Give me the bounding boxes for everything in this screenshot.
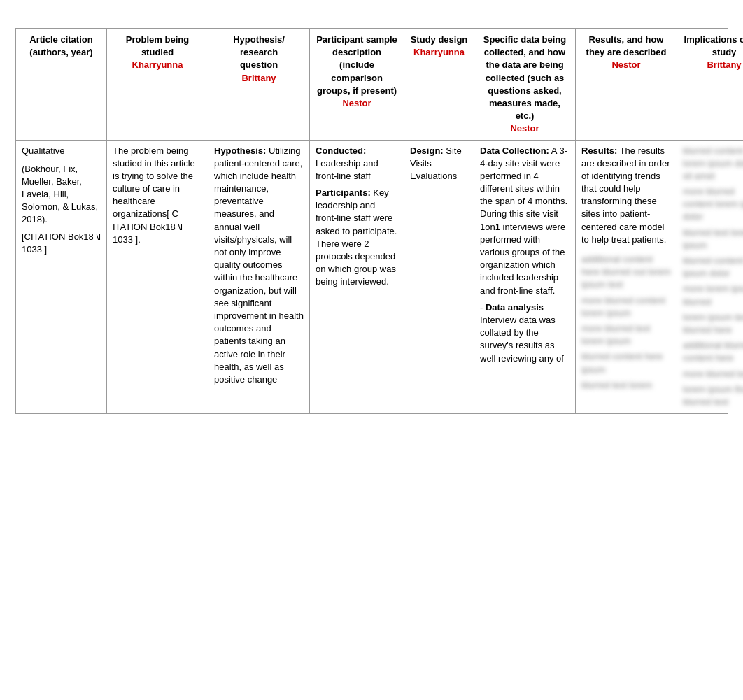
header-implications-text: Implications of the study xyxy=(684,34,743,57)
header-hypothesis: Hypothesis/researchquestion Brittany xyxy=(208,29,310,141)
hypothesis-text: Hypothesis: Utilizing patient-centered c… xyxy=(214,145,304,385)
header-citation: Article citation(authors, year) xyxy=(16,29,107,141)
cell-problem: The problem being studied in this articl… xyxy=(107,140,208,413)
implications-blurred-5: more lorem ipsum blurred xyxy=(683,283,743,308)
specific-data-analysis: - Data analysis Interview data was colla… xyxy=(480,301,569,365)
header-problem-assignee: Kharryunna xyxy=(132,59,183,70)
implications-blurred-9: lorem ipsum final blurred text xyxy=(683,383,743,408)
header-citation-text: Article citation(authors, year) xyxy=(29,34,92,57)
header-hypothesis-text: Hypothesis/researchquestion xyxy=(233,34,285,70)
cell-hypothesis: Hypothesis: Utilizing patient-centered c… xyxy=(208,140,310,413)
results-blurred-1: additional content here blurred out lore… xyxy=(581,253,671,292)
results-blurred-5: blurred text lorem xyxy=(581,379,671,392)
header-participant-text: Participant sample description (include … xyxy=(316,34,397,96)
implications-blurred-4: blurred content here ipsum dolor xyxy=(683,255,743,280)
specific-data-collection: Data Collection: A 3-4-day site visit we… xyxy=(480,145,569,297)
header-study-design-assignee: Kharryunna xyxy=(413,47,465,57)
results-blurred-2: more blurred content lorem ipsum xyxy=(581,294,671,320)
implications-blurred-1: blurred content lorem ipsum dolor sit am… xyxy=(683,145,743,183)
participant-conducted: Conducted: Leadership and front-line sta… xyxy=(316,145,398,183)
header-specific-data: Specific data being collected, and how t… xyxy=(474,29,576,141)
citation-type: Qualitative xyxy=(22,145,101,157)
cell-specific-data: Data Collection: A 3-4-day site visit we… xyxy=(474,140,576,413)
cell-results: Results: The results are described in or… xyxy=(576,140,677,413)
header-implications: Implications of the study Brittany xyxy=(677,29,744,141)
header-participant-assignee: Nestor xyxy=(342,98,371,108)
results-blurred-3: more blurred text lorem ipsum xyxy=(581,322,671,348)
problem-text: The problem being studied in this articl… xyxy=(113,145,195,245)
table-row: Qualitative (Bokhour, Fix, Mueller, Bake… xyxy=(16,140,744,413)
header-participant: Participant sample description (include … xyxy=(310,29,404,141)
study-design-text: Design: Site Visits Evaluations xyxy=(410,145,462,181)
header-study-design: Study design Kharryunna xyxy=(404,29,474,141)
header-implications-assignee: Brittany xyxy=(707,59,741,70)
results-blurred-4: blurred content here ipsum xyxy=(581,350,671,376)
header-problem-text: Problem being studied xyxy=(126,34,189,57)
cell-citation: Qualitative (Bokhour, Fix, Mueller, Bake… xyxy=(16,140,107,413)
implications-blurred-8: more blurred lorem xyxy=(683,368,743,380)
implications-blurred-6: lorem ipsum text blurred here xyxy=(683,311,743,336)
header-results-text: Results, and how they are described xyxy=(586,34,667,57)
results-text: Results: The results are described in or… xyxy=(581,145,670,245)
cell-study-design: Design: Site Visits Evaluations xyxy=(404,140,474,413)
header-results: Results, and how they are described Nest… xyxy=(576,29,677,141)
cell-implications: blurred content lorem ipsum dolor sit am… xyxy=(677,140,744,413)
citation-authors: (Bokhour, Fix, Mueller, Baker, Lavela, H… xyxy=(22,163,101,227)
header-specific-data-text: Specific data being collected, and how t… xyxy=(483,34,566,121)
implications-blurred-7: additional blurred content here xyxy=(683,339,743,364)
header-specific-data-assignee: Nestor xyxy=(510,123,539,134)
header-problem: Problem being studied Kharryunna xyxy=(107,29,208,141)
implications-blurred-3: blurred text lorem ipsum xyxy=(683,227,743,252)
citation-key: [CITATION Bok18 \l 1033 ] xyxy=(22,231,101,256)
header-results-assignee: Nestor xyxy=(611,59,640,70)
header-hypothesis-assignee: Brittany xyxy=(241,73,276,83)
cell-participant: Conducted: Leadership and front-line sta… xyxy=(310,140,404,413)
implications-blurred-2: more blurred content lorem ipsum dolor xyxy=(683,185,743,224)
header-study-design-text: Study design xyxy=(411,34,468,45)
research-table: Article citation(authors, year) Problem … xyxy=(15,28,728,414)
participant-participants: Participants: Key leadership and front-l… xyxy=(316,187,398,289)
